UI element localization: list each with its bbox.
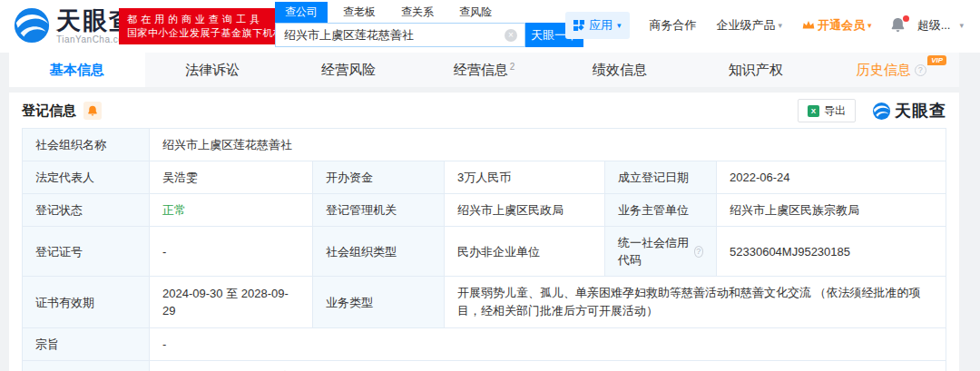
chevron-down-icon[interactable]: ▾ — [959, 21, 964, 30]
label-cert-no: 登记证号 — [23, 227, 150, 277]
value-authority: 绍兴市上虞区民政局 — [445, 194, 605, 227]
chevron-down-icon: ▾ — [867, 21, 872, 30]
tab-legal-proceedings[interactable]: 法律诉讼 — [145, 53, 281, 87]
content-card: 登记信息 X 导出 天眼查 社会组织名称 绍兴市上虞区莲花慈善社 法定代表人 吴… — [9, 93, 959, 371]
search-tab-relation[interactable]: 查关系 — [391, 2, 444, 23]
tianyancha-logo-icon — [872, 102, 891, 121]
nav-open-vip[interactable]: 开通会员 ▾ — [802, 17, 872, 34]
nav-apps-label: 应用 — [589, 17, 612, 34]
detail-tab-bar: 基本信息 法律诉讼 经营风险 经营信息 2 绩效信息 知识产权 历史信息 ? V… — [9, 53, 959, 87]
section-header: 登记信息 X 导出 天眼查 — [22, 98, 946, 123]
chevron-down-icon: ▾ — [617, 21, 622, 30]
value-validity: 2024-09-30 至 2028-09-29 — [150, 277, 313, 328]
search-box: 查公司 查老板 查关系 查风险 × 天眼一下 — [275, 3, 583, 47]
vip-badge: VIP — [927, 55, 946, 65]
nav-cooperation[interactable]: 商务合作 — [650, 17, 697, 34]
excel-icon: X — [808, 105, 819, 117]
value-supervisor: 绍兴市上虞区民族宗教局 — [717, 194, 946, 227]
slogan-badge: 都在用的商业查询工具 国家中小企业发展子基金旗下机构 — [119, 8, 292, 44]
export-button[interactable]: X 导出 — [798, 99, 856, 122]
value-status: 正常 — [150, 194, 313, 227]
help-icon[interactable]: ? — [694, 246, 703, 258]
tab-business-info-count: 2 — [510, 62, 515, 72]
export-label: 导出 — [824, 103, 846, 119]
top-header: 天眼查 TianYanCha.com 都在用的商业查询工具 国家中小企业发展子基… — [0, 0, 980, 53]
search-input[interactable] — [276, 24, 524, 46]
clear-icon[interactable]: × — [505, 29, 517, 42]
nav-username[interactable]: 超级... — [917, 17, 951, 34]
value-purpose: - — [150, 328, 946, 361]
help-icon[interactable]: ? — [915, 64, 926, 76]
section-title: 登记信息 — [22, 103, 76, 120]
subscribe-bell-button[interactable] — [83, 102, 102, 120]
value-legal-rep: 吴浩雯 — [150, 161, 313, 194]
tianyancha-page: 天眼查 TianYanCha.com 都在用的商业查询工具 国家中小企业发展子基… — [0, 0, 980, 371]
search-row: × 天眼一下 — [275, 23, 583, 47]
nav-open-vip-label: 开通会员 — [818, 17, 865, 34]
value-credit-code: 52330604MJ95230185 — [717, 227, 946, 277]
label-authority: 登记管理机关 — [313, 194, 445, 227]
chevron-down-icon: ▾ — [779, 21, 783, 30]
label-status: 登记状态 — [23, 194, 150, 227]
nav-enterprise-label: 企业级产品 — [717, 17, 776, 34]
top-nav: 应用 ▾ 商务合作 企业级产品 ▾ 开通会员 ▾ 超级... ▾ — [565, 12, 964, 39]
tab-performance-info[interactable]: 绩效信息 — [552, 53, 688, 87]
tab-history-info-label: 历史信息 — [857, 62, 911, 79]
bell-icon — [87, 105, 98, 116]
label-capital: 开办资金 — [313, 161, 445, 194]
tab-basic-info[interactable]: 基本信息 — [9, 53, 145, 87]
tab-business-info[interactable]: 经营信息 2 — [416, 53, 553, 87]
label-supervisor: 业务主管单位 — [605, 194, 717, 227]
label-business-type: 业务类型 — [313, 277, 445, 328]
grid-icon — [573, 20, 584, 31]
registration-table: 社会组织名称 绍兴市上虞区莲花慈善社 法定代表人 吴浩雯 开办资金 3万人民币 … — [22, 128, 946, 371]
label-org-name: 社会组织名称 — [23, 129, 150, 161]
nav-apps-button[interactable]: 应用 ▾ — [565, 12, 630, 39]
value-org-name: 绍兴市上虞区莲花慈善社 — [150, 129, 946, 161]
slogan-line1: 都在用的商业查询工具 — [127, 13, 284, 26]
value-reg-date: 2022-06-24 — [717, 161, 946, 194]
label-purpose: 宗旨 — [23, 328, 150, 361]
tab-business-info-label: 经营信息 — [454, 62, 508, 79]
label-address: 住所 — [23, 361, 150, 371]
nav-enterprise[interactable]: 企业级产品 ▾ — [717, 17, 783, 34]
watermark-text: 天眼查 — [895, 100, 946, 122]
search-tabs: 查公司 查老板 查关系 查风险 — [275, 3, 583, 23]
tab-operational-risk[interactable]: 经营风险 — [280, 53, 416, 87]
search-input-wrap: × — [275, 23, 525, 47]
label-legal-rep: 法定代表人 — [23, 161, 150, 194]
tab-history-info[interactable]: 历史信息 ? VIP — [823, 53, 959, 87]
tianyancha-logo-icon — [13, 6, 51, 44]
search-tab-risk[interactable]: 查风险 — [449, 2, 502, 23]
label-reg-date: 成立登记日期 — [605, 161, 717, 194]
value-cert-no: - — [150, 227, 313, 277]
label-credit-code-text: 统一社会信用代码 — [618, 234, 691, 268]
value-business-type: 开展弱势儿童、孤儿、单亲困难孕妇救助等慈善活动和慈善文化交流 （依法须经批准的项… — [445, 277, 946, 328]
tab-intellectual-property[interactable]: 知识产权 — [688, 53, 824, 87]
label-credit-code: 统一社会信用代码 ? — [605, 227, 717, 277]
notification-bell[interactable] — [890, 17, 906, 34]
notification-dot — [903, 15, 909, 22]
search-tab-company[interactable]: 查公司 — [275, 2, 328, 23]
watermark-logo: 天眼查 — [872, 100, 946, 122]
search-tab-boss[interactable]: 查老板 — [333, 2, 386, 23]
crown-icon — [802, 20, 815, 31]
value-org-type: 民办非企业单位 — [445, 227, 605, 277]
label-org-type: 社会组织类型 — [313, 227, 445, 277]
brand-logo[interactable]: 天眼查 TianYanCha.com — [13, 6, 135, 44]
value-address: 浙江省绍兴市上虞区百官街道城东工业园区高铁辅路百草寺 — [150, 361, 946, 371]
label-validity: 证书有效期 — [23, 277, 150, 328]
value-capital: 3万人民币 — [445, 161, 605, 194]
slogan-line2: 国家中小企业发展子基金旗下机构 — [127, 26, 284, 40]
